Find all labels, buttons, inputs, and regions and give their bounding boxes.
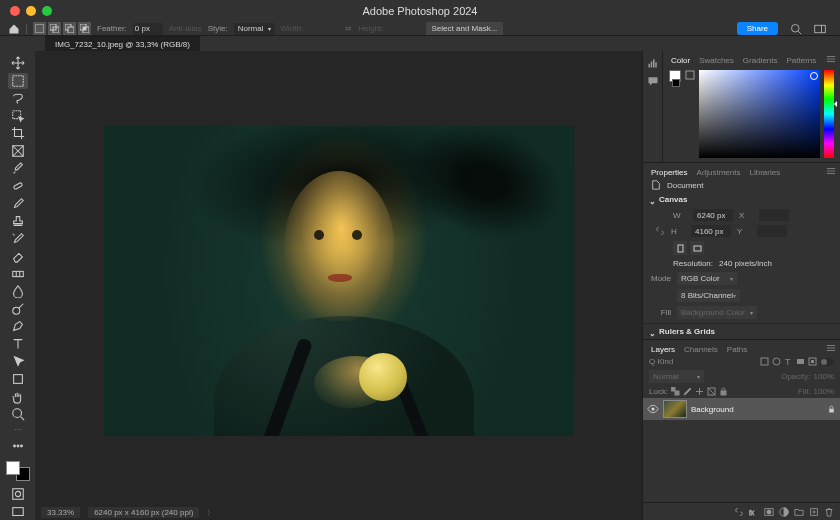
layer-row[interactable]: Background [643,398,840,420]
close-window[interactable] [10,6,20,16]
minimize-window[interactable] [26,6,36,16]
zoom-window[interactable] [42,6,52,16]
document-canvas[interactable] [104,126,574,436]
tab-adjustments[interactable]: Adjustments [692,167,744,178]
pen-tool[interactable] [8,318,28,335]
mask-icon[interactable] [764,507,774,517]
quick-mask-tool[interactable] [8,486,28,503]
color-field[interactable] [699,70,820,158]
filter-smart-icon[interactable] [808,357,817,366]
tab-channels[interactable]: Channels [680,344,722,355]
panel-menu-icon[interactable] [826,54,836,66]
layer-thumbnail[interactable] [663,400,687,418]
histogram-icon[interactable] [647,57,659,69]
tab-properties[interactable]: Properties [647,167,691,178]
filter-shape-icon[interactable] [796,357,805,366]
tab-gradients[interactable]: Gradients [739,55,782,66]
fx-icon[interactable]: fx [749,507,759,517]
tab-paths[interactable]: Paths [723,344,751,355]
heal-tool[interactable] [8,178,28,195]
adjustment-layer-icon[interactable] [779,507,789,517]
home-icon[interactable] [8,23,20,35]
status-caret-icon[interactable]: 〉 [207,508,214,518]
zoom-readout[interactable]: 33.33% [41,507,80,518]
panel-menu-icon[interactable] [826,343,836,355]
bg-swatch[interactable] [672,79,680,87]
hue-slider[interactable] [824,70,834,158]
zoom-tool[interactable] [8,406,28,423]
marquee-tool[interactable] [8,73,28,90]
width-value[interactable]: 6240 px [693,209,733,221]
filter-adjust-icon[interactable] [772,357,781,366]
link-wh-icon[interactable] [655,226,665,236]
tab-swatches[interactable]: Swatches [695,55,738,66]
path-select-tool[interactable] [8,353,28,370]
panel-menu-icon[interactable] [826,166,836,178]
style-select[interactable]: Normal ▾ [234,23,275,35]
lock-transparency-icon[interactable] [671,387,680,396]
fill-value[interactable]: 100% [814,387,834,396]
opacity-value[interactable]: 100% [814,372,834,381]
filter-pixel-icon[interactable] [760,357,769,366]
gradient-tool[interactable] [8,266,28,283]
workspace-icon[interactable] [814,23,826,35]
hue-pointer-icon[interactable] [834,101,837,107]
select-and-mask-button[interactable]: Select and Mask... [426,22,504,35]
stamp-tool[interactable] [8,213,28,230]
bit-depth-select[interactable]: 8 Bits/Channel▾ [677,289,740,302]
new-layer-icon[interactable] [809,507,819,517]
layer-kind-filter[interactable]: Q Kind [649,357,673,366]
lock-paint-icon[interactable] [683,387,692,396]
crop-tool[interactable] [8,125,28,142]
lasso-tool[interactable] [8,90,28,107]
move-tool[interactable] [8,55,28,72]
link-layers-icon[interactable] [734,507,744,517]
dodge-tool[interactable] [8,301,28,318]
orientation-landscape-icon[interactable] [690,241,704,255]
hand-tool[interactable] [8,388,28,405]
fill-select[interactable]: Background Color▾ [677,306,757,319]
comments-icon[interactable] [647,75,659,87]
lock-all-icon[interactable] [719,387,728,396]
color-mode-select[interactable]: RGB Color▾ [677,272,737,285]
eyedropper-tool[interactable] [8,160,28,177]
layer-name[interactable]: Background [691,405,823,414]
eraser-tool[interactable] [8,248,28,265]
lock-position-icon[interactable] [695,387,704,396]
history-brush-tool[interactable] [8,230,28,247]
y-value[interactable] [757,225,787,237]
edit-toolbar[interactable] [8,437,28,454]
lock-nested-icon[interactable] [707,387,716,396]
group-icon[interactable] [794,507,804,517]
orientation-portrait-icon[interactable] [673,241,687,255]
frame-tool[interactable] [8,143,28,160]
tab-layers[interactable]: Layers [647,344,679,355]
canvas-section-header[interactable]: ⌄ Canvas [643,192,840,207]
screen-mode[interactable] [8,503,28,520]
shape-tool[interactable] [8,371,28,388]
blend-mode-select[interactable]: Normal▾ [649,370,704,383]
type-tool[interactable] [8,336,28,353]
tab-patterns[interactable]: Patterns [783,55,821,66]
selection-add-icon[interactable] [48,22,61,35]
brush-tool[interactable] [8,195,28,212]
tab-color[interactable]: Color [667,55,694,66]
selection-new-icon[interactable] [33,22,46,35]
canvas-area[interactable]: 33.33% 6240 px x 4160 px (240 ppi) 〉 [35,51,642,520]
visibility-eye-icon[interactable] [647,403,659,415]
filter-toggle[interactable] [820,358,834,366]
doc-dimensions[interactable]: 6240 px x 4160 px (240 ppi) [88,507,199,518]
trash-icon[interactable] [824,507,834,517]
rulers-section-header[interactable]: ⌄ Rulers & Grids [643,323,840,339]
height-value[interactable]: 4160 px [691,225,731,237]
foreground-background-color[interactable] [6,461,30,481]
object-select-tool[interactable] [8,108,28,125]
selection-subtract-icon[interactable] [63,22,76,35]
x-value[interactable] [759,209,789,221]
document-tab[interactable]: IMG_7232_10.jpeg @ 33,3% (RGB/8) [45,36,200,51]
foreground-color[interactable] [6,461,20,475]
blur-tool[interactable] [8,283,28,300]
fg-bg-swatches[interactable] [669,70,681,158]
color-cursor[interactable] [810,72,818,80]
share-button[interactable]: Share [737,22,778,35]
